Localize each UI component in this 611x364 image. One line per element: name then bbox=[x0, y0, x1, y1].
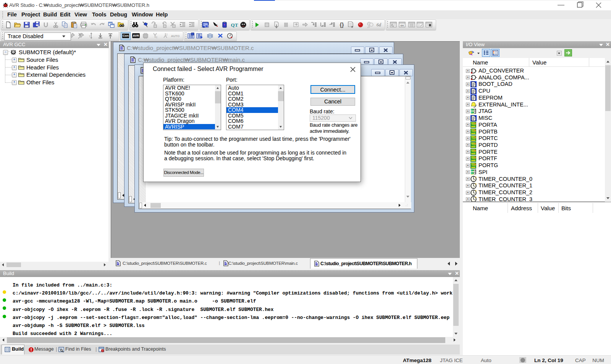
svg-text:T: T bbox=[89, 35, 91, 38]
svg-text:2: 2 bbox=[166, 33, 168, 36]
svg-text:6d: 6d bbox=[377, 22, 381, 27]
svg-text:QT: QT bbox=[231, 22, 238, 28]
svg-text:{}: {} bbox=[340, 22, 344, 28]
svg-text:E: E bbox=[156, 36, 158, 39]
svg-text:ox: ox bbox=[401, 24, 404, 27]
svg-text:AUTO: AUTO bbox=[171, 34, 180, 38]
